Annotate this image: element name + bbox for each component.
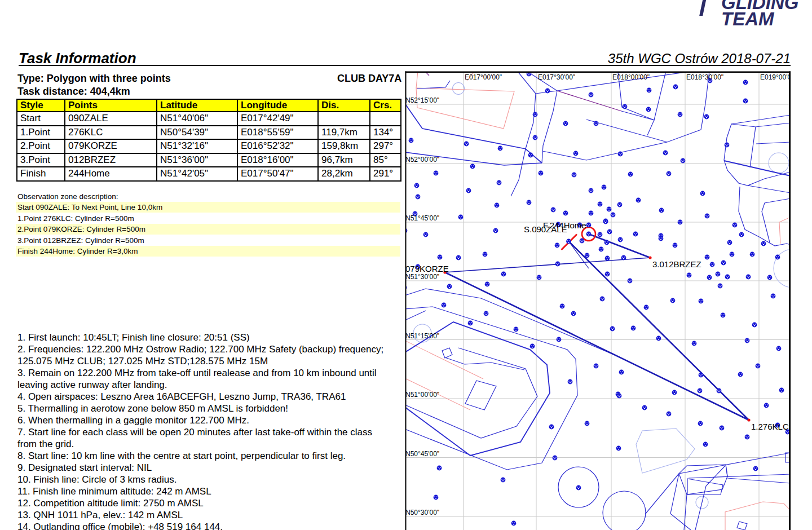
svg-text:N50°30'00": N50°30'00" [405, 509, 439, 516]
svg-text:E017°00'00": E017°00'00" [465, 73, 502, 81]
svg-text:N52°15'00": N52°15'00" [405, 96, 439, 104]
svg-text:1.276KLC: 1.276KLC [751, 422, 789, 431]
svg-text:F.244Home: F.244Home [543, 220, 586, 230]
svg-text:E018°30'00": E018°30'00" [686, 73, 723, 81]
svg-text:E017°30'00": E017°30'00" [538, 73, 575, 81]
svg-text:079KORZE: 079KORZE [405, 264, 449, 273]
svg-text:N51°00'00": N51°00'00" [405, 391, 439, 399]
svg-text:E018°00'00": E018°00'00" [612, 73, 650, 81]
svg-text:E019°00'00": E019°00'00" [760, 73, 797, 81]
svg-text:N51°15'00": N51°15'00" [405, 332, 439, 340]
svg-text:N50°45'00": N50°45'00" [405, 450, 439, 458]
svg-text:N51°45'00": N51°45'00" [405, 214, 439, 222]
svg-text:N51°30'00": N51°30'00" [405, 273, 439, 281]
svg-text:N52°00'00": N52°00'00" [405, 156, 439, 164]
svg-text:3.012BRZEZ: 3.012BRZEZ [652, 259, 701, 269]
